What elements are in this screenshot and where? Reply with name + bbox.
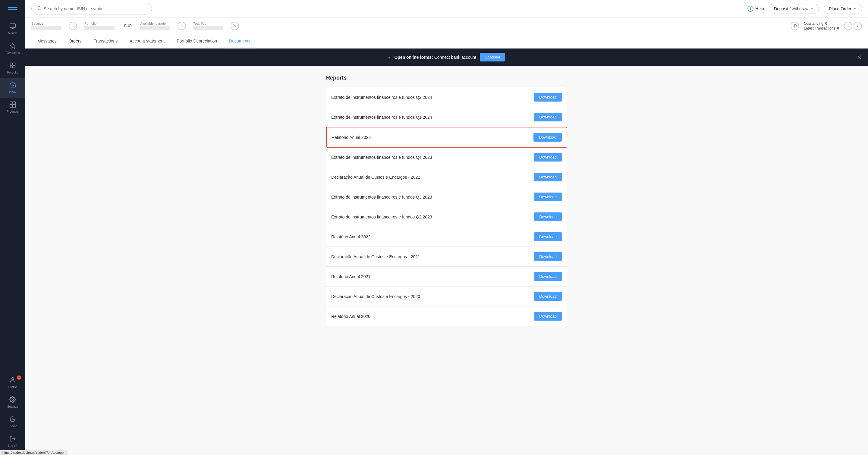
- banner-continue-button[interactable]: Continue: [480, 53, 505, 62]
- outstanding-label: Outstanding: [804, 22, 824, 26]
- sidebar-item-market[interactable]: Market: [0, 19, 25, 39]
- svg-point-15: [37, 6, 40, 10]
- report-row: Declaração Anual de Custos e Encargos - …: [326, 247, 567, 267]
- sidebar-theme-label: Theme: [8, 425, 17, 428]
- svg-point-12: [11, 378, 13, 380]
- download-button[interactable]: Download: [534, 232, 562, 241]
- eye-icon[interactable]: [790, 22, 799, 30]
- available-info-icon[interactable]: i: [178, 22, 186, 30]
- report-name: Declaração Anual de Custos e Encargos - …: [331, 294, 420, 299]
- outstanding-value: 0: [825, 22, 827, 26]
- help-button[interactable]: i Help: [747, 6, 764, 12]
- sidebar-item-products[interactable]: Products: [0, 98, 25, 117]
- report-name: Extrato de instrumentos financeiros e fu…: [331, 215, 432, 219]
- report-name: Relatório Anual 2022: [331, 234, 370, 239]
- download-button[interactable]: Download: [534, 93, 562, 102]
- svg-rect-9: [13, 102, 16, 104]
- tab-documents[interactable]: Documents: [223, 34, 256, 48]
- banner-close-button[interactable]: ✕: [857, 54, 862, 61]
- svg-rect-0: [10, 24, 16, 28]
- report-row: Relatório Anual 2023Download: [326, 127, 567, 148]
- svg-rect-10: [10, 105, 12, 107]
- report-row: Extrato de instrumentos financeiros e fu…: [326, 107, 567, 127]
- navigation-tabs: Messages Orders Transactions Account sta…: [25, 34, 868, 48]
- download-button[interactable]: Download: [534, 292, 562, 301]
- download-button[interactable]: Download: [534, 193, 562, 201]
- download-button[interactable]: Download: [533, 133, 562, 142]
- available-value: [140, 26, 170, 30]
- search-input[interactable]: [44, 6, 147, 11]
- download-button[interactable]: Download: [534, 113, 562, 122]
- balance-info-icon[interactable]: i: [69, 22, 77, 30]
- reports-list: Extrato de instrumentos financeiros e fu…: [326, 87, 567, 326]
- search-icon: [36, 6, 41, 12]
- report-name: Relatório Anual 2023: [332, 135, 371, 140]
- logoff-icon: [9, 435, 16, 443]
- report-name: Declaração Anual de Custos e Encargos - …: [331, 254, 420, 259]
- report-row: Extrato de instrumentos financeiros e fu…: [326, 207, 567, 227]
- sidebar-profile-label: Profile: [8, 385, 17, 389]
- main-content: i Help Deposit / withdraw Place Order Ba…: [25, 0, 868, 455]
- available-item: Available to trade: [140, 22, 170, 30]
- sort-buttons: ▲: [844, 22, 862, 30]
- sidebar-favourites-label: Favourites: [6, 51, 20, 55]
- sidebar-item-favourites[interactable]: Favourites: [0, 39, 25, 59]
- place-order-button[interactable]: Place Order: [824, 4, 862, 14]
- balance-label: Balance: [31, 22, 61, 25]
- total-pl-value: [193, 26, 223, 30]
- content-area: Reports Extrato de instrumentos financei…: [25, 66, 868, 455]
- download-button[interactable]: Download: [534, 312, 562, 321]
- sort-left-icon[interactable]: [844, 22, 852, 30]
- refresh-icon[interactable]: ↻: [230, 22, 239, 30]
- sidebar-item-profile[interactable]: 1 Profile: [0, 373, 25, 393]
- svg-point-17: [795, 25, 796, 27]
- reports-section: Reports Extrato de instrumentos financei…: [326, 75, 567, 326]
- download-button[interactable]: Download: [534, 213, 562, 221]
- tab-orders[interactable]: Orders: [63, 34, 88, 48]
- report-name: Declaração Anual de Custos e Encargos - …: [331, 175, 420, 180]
- sidebar-item-theme[interactable]: Theme: [0, 412, 25, 432]
- tab-transactions[interactable]: Transactions: [88, 34, 124, 48]
- download-button[interactable]: Download: [534, 153, 562, 162]
- svg-marker-3: [10, 43, 16, 48]
- search-bar[interactable]: [31, 3, 152, 14]
- download-button[interactable]: Download: [534, 252, 562, 261]
- banner-text: Open online forms: Connect bank account: [394, 55, 476, 60]
- tab-messages[interactable]: Messages: [31, 34, 63, 48]
- balance-bar: Balance i Portfolio EUR Available to tra…: [25, 18, 868, 34]
- tab-portfolio-depreciation[interactable]: Portfolio Depreciation: [170, 34, 223, 48]
- tab-account-statement[interactable]: Account statement: [124, 34, 170, 48]
- svg-line-16: [40, 9, 41, 10]
- report-row: Extrato de instrumentos financeiros e fu…: [326, 87, 567, 107]
- svg-rect-4: [10, 63, 12, 65]
- header: i Help Deposit / withdraw Place Order: [25, 0, 868, 18]
- sort-up-icon[interactable]: ▲: [854, 22, 862, 30]
- sidebar-market-label: Market: [8, 32, 18, 35]
- svg-rect-6: [10, 66, 12, 68]
- help-label: Help: [755, 6, 764, 11]
- sidebar-item-settings[interactable]: Settings: [0, 393, 25, 412]
- sidebar-item-portfolio[interactable]: Portfolio: [0, 59, 25, 78]
- report-name: Relatório Anual 2021: [331, 274, 370, 279]
- available-label: Available to trade: [140, 22, 170, 25]
- help-icon: i: [747, 6, 753, 12]
- outstanding-info: Outstanding 0 Latest Transactions 0: [804, 22, 839, 30]
- report-name: Extrato de instrumentos financeiros e fu…: [331, 195, 432, 199]
- download-button[interactable]: Download: [534, 173, 562, 182]
- svg-point-13: [12, 399, 13, 400]
- sidebar-portfolio-label: Portfolio: [7, 71, 19, 74]
- sidebar: Market Favourites Portfolio Inbox Produc…: [0, 0, 25, 455]
- svg-rect-11: [13, 105, 16, 107]
- eur-label: EUR: [124, 24, 132, 28]
- download-button[interactable]: Download: [534, 272, 562, 281]
- report-name: Extrato de instrumentos financeiros e fu…: [331, 155, 432, 160]
- sidebar-item-logoff[interactable]: Log off: [0, 432, 25, 451]
- sidebar-item-inbox[interactable]: Inbox: [0, 78, 25, 98]
- balance-item: Balance: [31, 22, 61, 30]
- logo[interactable]: [6, 4, 19, 13]
- report-row: Relatório Anual 2021Download: [326, 267, 567, 287]
- sidebar-products-label: Products: [7, 110, 19, 113]
- deposit-withdraw-button[interactable]: Deposit / withdraw: [769, 4, 819, 14]
- inbox-icon: [9, 82, 16, 89]
- deposit-label: Deposit / withdraw: [774, 6, 808, 11]
